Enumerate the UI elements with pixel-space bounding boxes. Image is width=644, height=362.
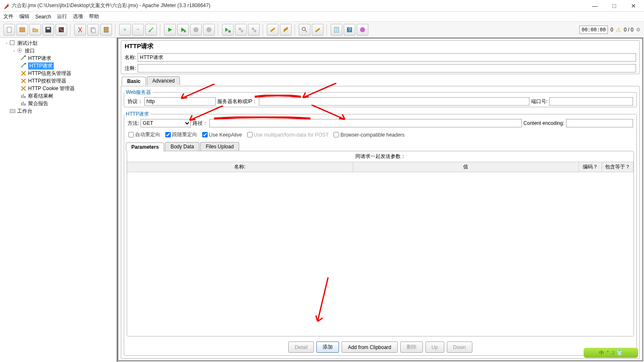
- remote-shutdown-button[interactable]: [248, 24, 260, 36]
- svg-rect-31: [24, 96, 26, 98]
- svg-text:+: +: [123, 27, 126, 33]
- menu-search[interactable]: Search: [35, 14, 51, 20]
- remote-start-button[interactable]: [222, 24, 234, 36]
- encoding-input[interactable]: [566, 119, 633, 127]
- svg-rect-0: [7, 27, 11, 32]
- svg-text:?: ?: [348, 27, 351, 33]
- expand-button[interactable]: +: [119, 24, 131, 36]
- remote-stop-button[interactable]: [235, 24, 247, 36]
- tree-item-http-2[interactable]: HTTP请求: [3, 62, 117, 70]
- svg-rect-34: [24, 103, 26, 106]
- collapse-button[interactable]: −: [132, 24, 144, 36]
- templates-button[interactable]: [16, 24, 28, 36]
- tree-panel: ◦ 测试计划 ◦ 接口 HTTP请求 HTTP请求 HTTP信息头管理器: [0, 38, 117, 362]
- svg-point-18: [254, 30, 256, 32]
- ime-icon: ° ☽ 👕: [607, 350, 622, 356]
- port-input[interactable]: [549, 97, 633, 106]
- tree-workbench[interactable]: 工作台: [3, 107, 117, 115]
- tree-root[interactable]: ◦ 测试计划: [3, 39, 117, 47]
- editor-panel: HTTP请求 名称: 注释: Basic Advanced Web服务器 协议：…: [117, 38, 643, 361]
- tab-files-upload[interactable]: Files Upload: [200, 142, 239, 151]
- path-label: 路径：: [193, 120, 208, 127]
- tab-advanced[interactable]: Advanced: [147, 76, 180, 85]
- col-encode: 编码？: [579, 162, 602, 172]
- method-label: 方法:: [128, 120, 139, 127]
- window-title: 六合彩.jmx (C:\Users\jltx1\Desktop\文案文件\六合彩…: [12, 2, 588, 9]
- open-button[interactable]: [29, 24, 41, 36]
- function-helper-button[interactable]: [331, 24, 342, 36]
- encoding-label: Content encoding:: [524, 120, 564, 126]
- tab-basic[interactable]: Basic: [122, 77, 146, 85]
- shutdown-button[interactable]: [203, 24, 215, 36]
- tree-item-http-1[interactable]: HTTP请求: [3, 54, 117, 62]
- tree-thread-group[interactable]: ◦ 接口: [3, 47, 117, 54]
- redaction-mark: [214, 116, 310, 121]
- tree-item-header-mgr[interactable]: HTTP信息头管理器: [3, 70, 117, 77]
- close-button[interactable]: ✕: [626, 3, 641, 9]
- reset-search-button[interactable]: [312, 24, 323, 36]
- params-body[interactable]: [127, 172, 634, 336]
- comment-input[interactable]: [138, 64, 636, 72]
- svg-rect-7: [104, 27, 108, 32]
- svg-text:−: −: [136, 26, 139, 32]
- col-value: 值: [353, 162, 579, 172]
- gear-icon[interactable]: ⚙: [636, 27, 641, 33]
- svg-rect-6: [92, 28, 95, 33]
- clear-button[interactable]: [267, 24, 279, 36]
- toggle-button[interactable]: [145, 24, 157, 36]
- detail-button[interactable]: Detail: [288, 341, 314, 353]
- svg-point-27: [24, 55, 26, 57]
- svg-point-23: [360, 27, 365, 32]
- tab-parameters[interactable]: Parameters: [126, 142, 164, 151]
- add-button[interactable]: 添加: [316, 341, 339, 353]
- menu-help[interactable]: 帮助: [89, 13, 99, 20]
- minimize-button[interactable]: —: [588, 3, 602, 9]
- menu-bar: 文件 编辑 Search 运行 选项 帮助: [0, 12, 644, 22]
- cb-browser-headers[interactable]: Browser-compatible headers: [334, 132, 404, 138]
- thread-ratio: 0 / 0: [624, 27, 634, 33]
- maximize-button[interactable]: □: [607, 3, 621, 9]
- save-as-button[interactable]: [55, 24, 67, 36]
- new-button[interactable]: [3, 24, 15, 36]
- cb-follow-redirect[interactable]: 跟随重定向: [165, 131, 197, 138]
- tree-item-auth-mgr[interactable]: HTTP授权管理器: [3, 77, 117, 85]
- tree-item-aggregate[interactable]: 聚合报告: [3, 100, 117, 107]
- ime-indicator[interactable]: 中 ° ☽ 👕: [584, 348, 638, 358]
- menu-run[interactable]: 运行: [57, 13, 67, 20]
- menu-file[interactable]: 文件: [3, 13, 13, 20]
- cut-button[interactable]: [74, 24, 86, 36]
- cb-keepalive[interactable]: Use KeepAlive: [202, 132, 242, 138]
- menu-edit[interactable]: 编辑: [19, 13, 29, 20]
- svg-rect-35: [10, 109, 15, 113]
- clear-all-button[interactable]: [280, 24, 292, 36]
- tab-body-data[interactable]: Body Data: [165, 142, 199, 151]
- cb-multipart[interactable]: Use multipart/form-data for POST: [247, 132, 329, 138]
- method-select[interactable]: GET: [141, 119, 191, 127]
- cb-auto-redirect[interactable]: 自动重定向: [128, 131, 160, 138]
- tree-item-view-results[interactable]: 察看结果树: [3, 92, 117, 100]
- start-button[interactable]: [164, 24, 176, 36]
- help-button[interactable]: ?: [344, 24, 355, 36]
- delete-button[interactable]: 删除: [400, 341, 423, 353]
- plugins-button[interactable]: [357, 24, 368, 36]
- redaction-mark: [255, 95, 301, 99]
- svg-point-17: [252, 28, 254, 30]
- add-from-clipboard-button[interactable]: Add from Clipboard: [342, 341, 397, 353]
- start-no-timers-button[interactable]: [177, 24, 189, 36]
- protocol-input[interactable]: [144, 97, 216, 106]
- menu-options[interactable]: 选项: [73, 13, 83, 20]
- down-button[interactable]: Down: [447, 341, 472, 353]
- svg-rect-24: [10, 41, 14, 45]
- port-label: 端口号:: [531, 98, 548, 105]
- timer-display: 00:00:00: [579, 26, 608, 34]
- tree-item-cookie-mgr[interactable]: HTTP Cookie 管理器: [3, 85, 117, 92]
- stop-button[interactable]: [190, 24, 202, 36]
- svg-rect-11: [184, 30, 186, 32]
- up-button[interactable]: Up: [425, 341, 444, 353]
- svg-point-12: [193, 27, 198, 32]
- copy-button[interactable]: [87, 24, 99, 36]
- name-input[interactable]: [138, 53, 636, 62]
- search-tree-button[interactable]: [299, 24, 310, 36]
- paste-button[interactable]: [100, 24, 112, 36]
- save-button[interactable]: [42, 24, 54, 36]
